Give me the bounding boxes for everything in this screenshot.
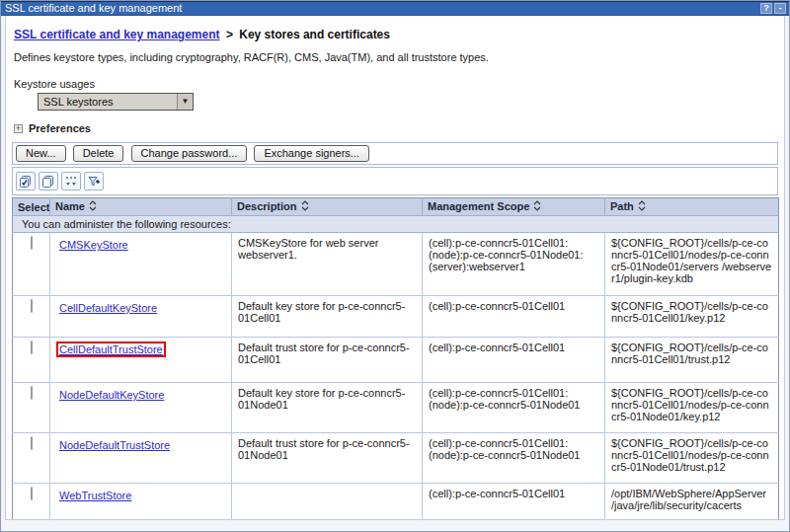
name-cell: CellDefaultTrustStore <box>50 338 232 383</box>
row-checkbox[interactable] <box>31 299 33 313</box>
path-cell: ${CONFIG_ROOT}/cells/p-ce-conncr5-01Cell… <box>605 338 779 383</box>
name-highlight-box: WebTrustStore <box>56 488 134 503</box>
select-cell <box>13 383 50 433</box>
breadcrumb-separator: > <box>226 28 233 41</box>
scope-cell: (cell):p-ce-conncr5-01Cell01: (node):p-c… <box>423 383 605 433</box>
name-cell: NodeDefaultKeyStore <box>50 383 232 433</box>
column-header-scope[interactable]: Management Scope <box>423 198 605 216</box>
row-checkbox[interactable] <box>31 236 33 250</box>
keystore-usages-group: Keystore usages SSL keystores ▼ <box>14 78 776 111</box>
name-highlight-box: NodeDefaultKeyStore <box>56 387 167 403</box>
column-header-select: Select <box>13 198 50 216</box>
select-all-icon[interactable] <box>16 172 36 190</box>
name-cell: NodeDefaultTrustStore <box>50 433 232 484</box>
help-icon[interactable]: ? <box>760 3 772 14</box>
sort-icon[interactable] <box>638 200 646 213</box>
keystore-link[interactable]: CMSKeyStore <box>59 239 128 251</box>
page-description: Defines keystore types, including crypto… <box>14 51 776 63</box>
scope-cell: (cell):p-ce-conncr5-01Cell01: (node):p-c… <box>423 233 605 296</box>
table-row: CMSKeyStore CMSKeyStore for web server w… <box>13 233 779 296</box>
name-cell: CMSKeyStore <box>50 233 232 296</box>
scope-cell: (cell):p-ce-conncr5-01Cell01 <box>423 484 605 521</box>
keystore-usages-select[interactable]: SSL keystores ▼ <box>38 93 194 111</box>
table-row: NodeDefaultKeyStore Default key store fo… <box>13 383 779 433</box>
keystores-table: Select Name Description Management Scope… <box>12 197 779 520</box>
description-cell: Default key store for p-ce-conncr5-01Cel… <box>232 296 423 338</box>
table-icon-bar <box>12 167 778 195</box>
select-cell <box>13 433 50 484</box>
path-cell: ${CONFIG_ROOT}/cells/p-ce-conncr5-01Cell… <box>605 383 779 433</box>
breadcrumb-link[interactable]: SSL certificate and key management <box>14 28 220 41</box>
name-highlight-box: CellDefaultTrustStore <box>56 342 166 357</box>
table-header-row: Select Name Description Management Scope… <box>13 198 779 216</box>
description-cell: Default key store for p-ce-conncr5-01Nod… <box>232 383 423 433</box>
keystore-usages-value: SSL keystores <box>39 96 177 108</box>
name-highlight-box: NodeDefaultTrustStore <box>56 437 173 453</box>
name-cell: CellDefaultKeyStore <box>50 296 232 338</box>
keystore-link[interactable]: CellDefaultTrustStore <box>59 343 163 355</box>
breadcrumb: SSL certificate and key management > Key… <box>14 28 776 41</box>
table-row: NodeDefaultTrustStore Default trust stor… <box>13 433 779 484</box>
path-cell: ${CONFIG_ROOT}/cells/p-ce-conncr5-01Cell… <box>605 433 779 484</box>
keystore-usages-label: Keystore usages <box>14 78 776 90</box>
change-password-button[interactable]: Change password... <box>131 145 248 162</box>
path-cell: ${CONFIG_ROOT}/cells/p-ce-conncr5-01Cell… <box>605 296 779 338</box>
new-button[interactable]: New... <box>16 145 66 162</box>
name-cell: WebTrustStore <box>50 484 232 521</box>
sort-icon[interactable] <box>533 200 541 213</box>
name-highlight-box: CMSKeyStore <box>56 237 131 253</box>
window-title: SSL certificate and key management <box>5 2 758 15</box>
row-checkbox[interactable] <box>31 341 33 354</box>
row-checkbox[interactable] <box>31 436 33 450</box>
content-pane: SSL certificate and key management > Key… <box>5 16 785 520</box>
keystore-link[interactable]: NodeDefaultKeyStore <box>59 389 164 401</box>
deselect-all-icon[interactable] <box>39 172 58 190</box>
path-cell: /opt/IBM/WebSphere/AppServer /java/jre/l… <box>605 484 779 521</box>
scope-cell: (cell):p-ce-conncr5-01Cell01 <box>423 296 605 338</box>
sort-icon[interactable] <box>89 200 97 213</box>
window-titlebar: SSL certificate and key management ? - <box>1 1 789 16</box>
select-cell <box>13 233 50 296</box>
table-caption: You can administer the following resourc… <box>13 216 779 233</box>
path-cell: ${CONFIG_ROOT}/cells/p-ce-conncr5-01Cell… <box>605 233 779 296</box>
window: SSL certificate and key management ? - S… <box>0 0 790 532</box>
description-cell: CMSKeyStore for web server webserver1. <box>232 233 423 296</box>
description-cell: Default trust store for p-ce-conncr5-01N… <box>232 433 423 484</box>
expand-plus-icon[interactable]: + <box>14 124 23 133</box>
delete-button[interactable]: Delete <box>73 145 124 162</box>
row-checkbox[interactable] <box>31 386 33 400</box>
exchange-signers-button[interactable]: Exchange signers... <box>254 145 369 162</box>
select-cell <box>13 296 50 338</box>
scope-cell: (cell):p-ce-conncr5-01Cell01: (node):p-c… <box>423 433 605 484</box>
table-button-bar: New... Delete Change password... Exchang… <box>12 142 778 165</box>
preferences-toggle[interactable]: + Preferences <box>14 122 776 134</box>
table-body: CMSKeyStore CMSKeyStore for web server w… <box>13 233 779 521</box>
column-header-description[interactable]: Description <box>232 198 423 216</box>
select-cell <box>13 338 50 383</box>
select-cell <box>13 484 50 521</box>
table-caption-row: You can administer the following resourc… <box>13 216 779 233</box>
show-filter-icon[interactable] <box>61 172 81 190</box>
preferences-label: Preferences <box>29 122 91 134</box>
keystore-link[interactable]: WebTrustStore <box>59 490 131 501</box>
table-row: CellDefaultKeyStore Default key store fo… <box>13 296 779 338</box>
description-cell <box>232 484 423 521</box>
hide-filter-icon[interactable] <box>84 172 104 190</box>
row-checkbox[interactable] <box>31 487 33 500</box>
sort-icon[interactable] <box>301 200 309 213</box>
dropdown-arrow-icon[interactable]: ▼ <box>177 94 193 110</box>
column-header-name[interactable]: Name <box>50 198 232 216</box>
keystore-link[interactable]: NodeDefaultTrustStore <box>59 439 170 451</box>
scope-cell: (cell):p-ce-conncr5-01Cell01 <box>423 338 605 383</box>
minimize-icon[interactable]: - <box>774 3 786 14</box>
table-row: CellDefaultTrustStore Default trust stor… <box>13 338 779 383</box>
column-header-path[interactable]: Path <box>605 198 779 216</box>
keystore-link[interactable]: CellDefaultKeyStore <box>59 302 157 314</box>
table-row: WebTrustStore (cell):p-ce-conncr5-01Cell… <box>13 484 779 521</box>
name-highlight-box: CellDefaultKeyStore <box>56 300 160 316</box>
description-cell: Default trust store for p-ce-conncr5-01C… <box>232 338 423 383</box>
breadcrumb-current: Key stores and certificates <box>239 28 390 41</box>
